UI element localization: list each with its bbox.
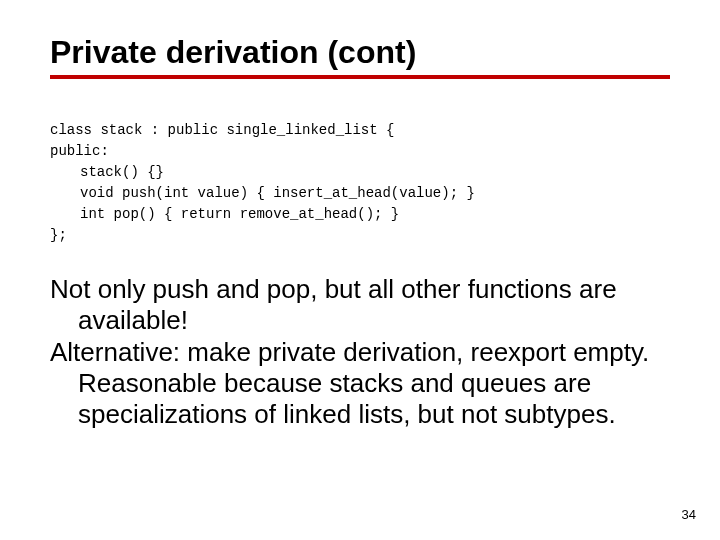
code-line: int pop() { return remove_at_head(); } xyxy=(50,204,399,225)
body-paragraph: Not only push and pop, but all other fun… xyxy=(50,274,670,335)
code-block: class stack : public single_linked_list … xyxy=(50,99,670,246)
code-line: }; xyxy=(50,227,67,243)
page-number: 34 xyxy=(682,507,696,522)
slide-title: Private derivation (cont) xyxy=(50,34,670,71)
code-line: stack() {} xyxy=(50,162,164,183)
code-line: void push(int value) { insert_at_head(va… xyxy=(50,183,475,204)
code-line: public: xyxy=(50,143,109,159)
title-underline xyxy=(50,75,670,79)
body-text: Not only push and pop, but all other fun… xyxy=(50,274,670,429)
slide: Private derivation (cont) class stack : … xyxy=(0,0,720,540)
code-line: class stack : public single_linked_list … xyxy=(50,122,394,138)
body-paragraph: Alternative: make private derivation, re… xyxy=(50,337,670,429)
